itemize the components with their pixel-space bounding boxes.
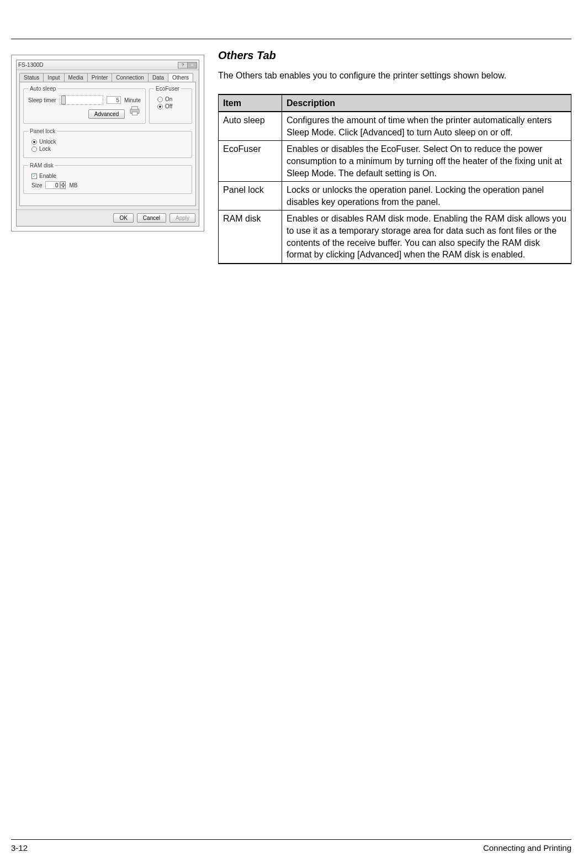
ecofuser-off-row[interactable]: Off xyxy=(157,103,187,109)
panel-lock-label: Lock xyxy=(39,146,51,152)
ram-disk-size-spinner[interactable]: ▴▾ xyxy=(45,181,66,189)
panel-lock-row[interactable]: Lock xyxy=(31,146,187,152)
sleep-timer-unit: Minute xyxy=(124,97,141,103)
page-footer: 3-12 Connecting and Printing xyxy=(11,839,571,853)
tab-media[interactable]: Media xyxy=(64,73,88,82)
ecofuser-off-label: Off xyxy=(165,103,172,109)
cell-desc: Enables or disables the EcoFuser. Select… xyxy=(282,141,571,182)
ram-disk-size-input[interactable] xyxy=(45,181,60,189)
cell-desc: Locks or unlocks the operation panel. Lo… xyxy=(282,182,571,211)
sleep-timer-value: 5 xyxy=(107,96,121,104)
description-table: Item Description Auto sleep Configures t… xyxy=(218,94,571,264)
ecofuser-on-label: On xyxy=(165,96,172,102)
close-button[interactable]: × xyxy=(187,62,197,69)
ok-button[interactable]: OK xyxy=(113,213,133,223)
label-sleep-timer: Sleep timer xyxy=(28,97,56,103)
help-button[interactable]: ? xyxy=(178,62,188,69)
radio-icon xyxy=(157,97,163,102)
panel-unlock-label: Unlock xyxy=(39,139,56,145)
ram-disk-size-unit: MB xyxy=(69,182,77,188)
apply-button[interactable]: Apply xyxy=(169,213,195,223)
radio-icon xyxy=(157,104,163,109)
titlebar: FS-1300D ? × xyxy=(17,60,199,70)
table-row: RAM disk Enables or disables RAM disk mo… xyxy=(219,211,571,264)
ram-disk-size-label: Size xyxy=(31,182,42,188)
group-panel-lock: Panel lock Unlock Lock xyxy=(23,128,192,158)
dialog-window: FS-1300D ? × Status Input Media Printer … xyxy=(16,60,199,227)
footer-chapter: Connecting and Printing xyxy=(483,843,571,853)
cell-item: EcoFuser xyxy=(219,141,282,182)
ram-disk-enable-label: Enable xyxy=(39,173,56,179)
cell-item: Auto sleep xyxy=(219,112,282,141)
tab-printer[interactable]: Printer xyxy=(87,73,112,82)
table-row: Panel lock Locks or unlocks the operatio… xyxy=(219,182,571,211)
spin-up-icon[interactable]: ▴ xyxy=(60,181,66,185)
dialog-buttons: OK Cancel Apply xyxy=(17,209,199,226)
tabstrip: Status Input Media Printer Connection Da… xyxy=(17,70,199,82)
cell-item: Panel lock xyxy=(219,182,282,211)
window-controls: ? × xyxy=(178,62,197,69)
tab-connection[interactable]: Connection xyxy=(112,73,149,82)
group-auto-sleep: Auto sleep Sleep timer 5 Minute Advanced xyxy=(23,86,146,124)
cancel-button[interactable]: Cancel xyxy=(137,213,166,223)
sleep-timer-slider[interactable] xyxy=(60,95,103,105)
tab-status[interactable]: Status xyxy=(19,73,44,82)
table-row: EcoFuser Enables or disables the EcoFuse… xyxy=(219,141,571,182)
panel-unlock-row[interactable]: Unlock xyxy=(31,139,187,145)
tab-input[interactable]: Input xyxy=(43,73,64,82)
window-title: FS-1300D xyxy=(18,62,44,68)
legend-ram-disk: RAM disk xyxy=(28,162,55,169)
radio-icon xyxy=(31,139,37,145)
top-rule xyxy=(11,39,571,39)
radio-icon xyxy=(31,146,37,152)
group-ecofuser: EcoFuser On Off xyxy=(149,86,192,124)
tab-data[interactable]: Data xyxy=(148,73,168,82)
svg-rect-1 xyxy=(132,107,138,109)
cell-desc: Enables or disables RAM disk mode. Enabl… xyxy=(282,211,571,264)
ecofuser-on-row[interactable]: On xyxy=(157,96,187,102)
spin-down-icon[interactable]: ▾ xyxy=(60,185,66,189)
intro-text: The Others tab enables you to configure … xyxy=(218,70,571,82)
footer-page-number: 3-12 xyxy=(11,843,28,853)
legend-panel-lock: Panel lock xyxy=(28,128,57,134)
cell-desc: Configures the amount of time when the p… xyxy=(282,112,571,141)
tab-body: Auto sleep Sleep timer 5 Minute Advanced xyxy=(19,82,196,206)
th-item: Item xyxy=(219,94,282,112)
advanced-button[interactable]: Advanced xyxy=(88,109,125,119)
checkbox-icon xyxy=(31,173,37,179)
section-title: Others Tab xyxy=(218,49,571,62)
dialog-screenshot: FS-1300D ? × Status Input Media Printer … xyxy=(11,55,204,232)
printer-icon xyxy=(129,105,141,116)
svg-rect-2 xyxy=(132,112,137,115)
tab-others[interactable]: Others xyxy=(168,73,193,82)
table-row: Auto sleep Configures the amount of time… xyxy=(219,112,571,141)
group-ram-disk: RAM disk Enable Size ▴▾ xyxy=(23,162,192,194)
cell-item: RAM disk xyxy=(219,211,282,264)
ram-disk-enable-row[interactable]: Enable xyxy=(31,173,187,179)
th-description: Description xyxy=(282,94,571,112)
legend-auto-sleep: Auto sleep xyxy=(28,86,57,92)
legend-ecofuser: EcoFuser xyxy=(154,86,181,92)
